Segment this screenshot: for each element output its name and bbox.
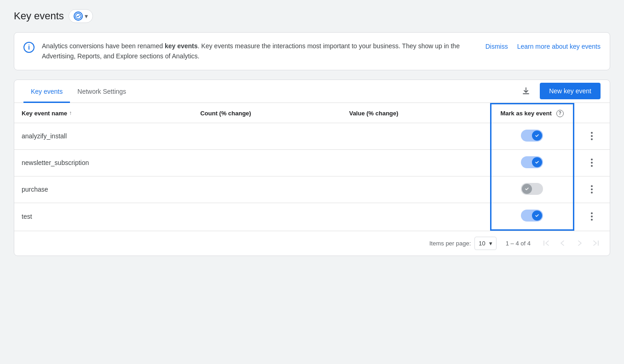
row-mark <box>491 203 573 230</box>
table-container: Key event name ↑ Count (% change) Value … <box>14 103 610 231</box>
info-banner: i Analytics conversions have been rename… <box>14 32 610 70</box>
table-row: analyzify_install <box>14 123 610 149</box>
items-per-page-value: 10 <box>479 240 485 247</box>
toggle-wrap <box>521 210 543 222</box>
page-first-button <box>540 237 553 250</box>
row-mark <box>491 123 573 149</box>
check-circle-icon <box>74 11 83 21</box>
mark-toggle-on[interactable] <box>521 130 543 142</box>
table-header-row: Key event name ↑ Count (% change) Value … <box>14 103 610 123</box>
items-per-page-select[interactable]: 10 ▾ <box>474 237 496 250</box>
tab-network-settings[interactable]: Network Settings <box>70 80 133 103</box>
row-mark <box>491 149 573 176</box>
header-badge[interactable]: ▾ <box>69 9 93 23</box>
row-count <box>193 123 342 149</box>
row-actions <box>573 149 610 176</box>
row-name: analyzify_install <box>14 123 193 149</box>
col-header-mark: Mark as key event ? <box>491 103 573 123</box>
banner-text-bold: key events <box>165 42 198 50</box>
page-next-button <box>573 237 586 250</box>
three-dot-menu[interactable] <box>585 156 598 169</box>
table-row: purchase <box>14 176 610 203</box>
three-dot-menu[interactable] <box>585 130 598 142</box>
dismiss-link[interactable]: Dismiss <box>485 43 508 50</box>
table-row: newsletter_subscription <box>14 149 610 176</box>
page-header: Key events ▾ <box>14 9 610 23</box>
page-title: Key events <box>14 10 64 22</box>
col-header-actions <box>573 103 610 123</box>
three-dot-menu[interactable] <box>585 183 598 196</box>
toggle-wrap <box>521 156 543 168</box>
new-key-event-button[interactable]: New key event <box>540 83 601 99</box>
col-header-name: Key event name ↑ <box>14 103 193 123</box>
table-row: test <box>14 203 610 230</box>
row-count <box>193 203 342 230</box>
info-icon: i <box>23 42 35 53</box>
sort-icon: ↑ <box>69 110 72 116</box>
mark-toggle-on[interactable] <box>521 156 543 168</box>
row-name: purchase <box>14 176 193 203</box>
main-card: Key events Network Settings New key even… <box>14 80 610 256</box>
col-header-value: Value (% change) <box>342 103 491 123</box>
row-value <box>342 176 491 203</box>
row-value <box>342 203 491 230</box>
three-dot-menu[interactable] <box>585 210 598 223</box>
items-per-page: Items per page: 10 ▾ <box>429 237 497 250</box>
pagination-controls <box>540 237 602 250</box>
tabs-left: Key events Network Settings <box>23 80 518 102</box>
key-events-table: Key event name ↑ Count (% change) Value … <box>14 103 610 231</box>
tab-key-events[interactable]: Key events <box>23 80 70 103</box>
row-name: test <box>14 203 193 230</box>
row-actions <box>573 123 610 149</box>
page-prev-button <box>556 237 569 250</box>
tabs-bar: Key events Network Settings New key even… <box>14 80 610 103</box>
row-value <box>342 149 491 176</box>
mark-toggle-off[interactable] <box>521 183 543 195</box>
select-dropdown-icon: ▾ <box>489 240 492 247</box>
pagination-info: 1 – 4 of 4 <box>506 240 531 247</box>
banner-text-pre: Analytics conversions have been renamed <box>42 42 165 50</box>
col-header-count: Count (% change) <box>193 103 342 123</box>
tabs-right: New key event <box>518 83 601 99</box>
items-per-page-label: Items per page: <box>429 240 471 247</box>
dropdown-arrow-icon: ▾ <box>85 12 88 20</box>
download-button[interactable] <box>518 83 534 99</box>
row-name: newsletter_subscription <box>14 149 193 176</box>
row-mark <box>491 176 573 203</box>
toggle-wrap <box>521 130 543 142</box>
row-actions <box>573 176 610 203</box>
row-value <box>342 123 491 149</box>
mark-toggle-on[interactable] <box>521 210 543 222</box>
row-count <box>193 176 342 203</box>
table-footer: Items per page: 10 ▾ 1 – 4 of 4 <box>14 231 610 256</box>
learn-more-link[interactable]: Learn more about key events <box>517 43 601 50</box>
page-last-button <box>589 237 602 250</box>
banner-actions: Dismiss Learn more about key events <box>485 43 601 50</box>
toggle-wrap <box>521 183 543 195</box>
row-count <box>193 149 342 176</box>
banner-text: Analytics conversions have been renamed … <box>42 41 478 62</box>
row-actions <box>573 203 610 230</box>
mark-help-icon[interactable]: ? <box>556 110 564 117</box>
